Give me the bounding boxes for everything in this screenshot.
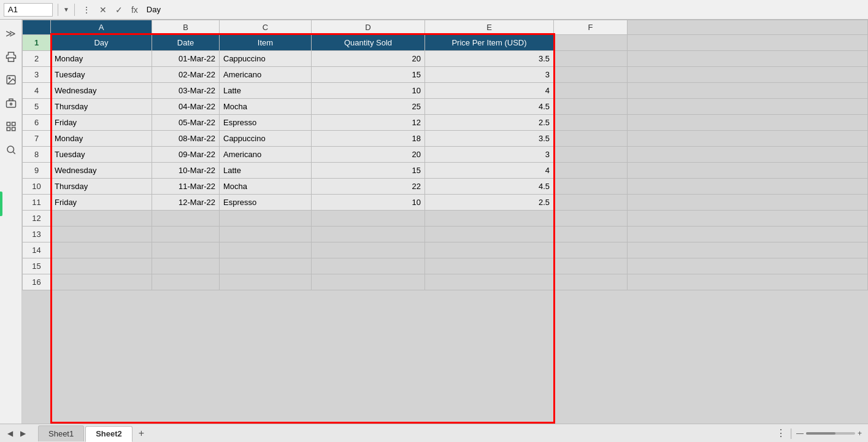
cell-D9[interactable]: 15 [312,163,425,179]
col-header-D[interactable]: D [312,20,425,35]
cell-D12[interactable] [312,211,425,227]
cell-A12[interactable] [51,211,152,227]
cell-B7[interactable]: 08-Mar-22 [152,131,220,147]
formula-fx-icon[interactable]: fx [129,4,140,16]
cell-B1[interactable]: Date [152,35,220,51]
cell-D8[interactable]: 20 [312,147,425,163]
cell-B11[interactable]: 12-Mar-22 [152,195,220,211]
add-sheet-button[interactable]: + [134,425,149,441]
cell-D2[interactable]: 20 [312,51,425,67]
cell-E16[interactable] [425,274,554,290]
cell-E6[interactable]: 2.5 [425,115,554,131]
formula-cancel-icon[interactable]: ✕ [97,4,109,16]
bottom-more-icon[interactable]: ⋮ [776,427,786,439]
cell-C2[interactable]: Cappuccino [220,51,312,67]
cell-D1[interactable]: Quantity Sold [312,35,425,51]
sheet-tab-sheet1[interactable]: Sheet1 [38,425,84,441]
zoom-out-icon[interactable]: — [796,429,804,438]
cell-D15[interactable] [312,258,425,274]
cell-B8[interactable]: 09-Mar-22 [152,147,220,163]
formula-more-icon[interactable]: ⋮ [80,4,93,16]
cell-D5[interactable]: 25 [312,99,425,115]
cell-A10[interactable]: Thursday [51,179,152,195]
cell-A13[interactable] [51,227,152,242]
cell-D4[interactable]: 10 [312,83,425,99]
cell-D16[interactable] [312,274,425,290]
cell-reference-box[interactable]: A1 [4,3,53,17]
cell-E11[interactable]: 2.5 [425,195,554,211]
cell-B13[interactable] [152,227,220,242]
formula-input[interactable] [143,5,864,14]
cell-D3[interactable]: 15 [312,67,425,83]
cell-A9[interactable]: Wednesday [51,163,152,179]
sheet-nav-next[interactable]: ▶ [18,428,28,439]
cell-B12[interactable] [152,211,220,227]
cell-C6[interactable]: Espresso [220,115,312,131]
cell-E14[interactable] [425,242,554,258]
cell-F16[interactable] [554,274,628,290]
cell-F12[interactable] [554,211,628,227]
cell-A15[interactable] [51,258,152,274]
cell-ref-dropdown-icon[interactable]: ▼ [63,6,69,13]
cell-B2[interactable]: 01-Mar-22 [152,51,220,67]
cell-A5[interactable]: Thursday [51,99,152,115]
cell-F11[interactable] [554,195,628,211]
cell-C13[interactable] [220,227,312,242]
cell-A16[interactable] [51,274,152,290]
cell-C8[interactable]: Americano [220,147,312,163]
cell-B16[interactable] [152,274,220,290]
col-header-C[interactable]: C [220,20,312,35]
cell-C5[interactable]: Mocha [220,99,312,115]
cell-E2[interactable]: 3.5 [425,51,554,67]
cell-A6[interactable]: Friday [51,115,152,131]
sidebar-icon-print2[interactable] [2,95,20,112]
cell-F8[interactable] [554,147,628,163]
cell-A1[interactable]: Day [51,35,152,51]
cell-A7[interactable]: Monday [51,131,152,147]
cell-A2[interactable]: Monday [51,51,152,67]
col-header-A[interactable]: A [51,20,152,35]
zoom-slider[interactable] [806,432,855,435]
cell-F10[interactable] [554,179,628,195]
cell-B10[interactable]: 11-Mar-22 [152,179,220,195]
sidebar-icon-print[interactable] [2,48,20,65]
cell-D6[interactable]: 12 [312,115,425,131]
cell-B15[interactable] [152,258,220,274]
cell-C14[interactable] [220,242,312,258]
cell-B5[interactable]: 04-Mar-22 [152,99,220,115]
cell-E15[interactable] [425,258,554,274]
cell-D11[interactable]: 10 [312,195,425,211]
cell-F4[interactable] [554,83,628,99]
cell-F3[interactable] [554,67,628,83]
cell-D13[interactable] [312,227,425,242]
cell-F7[interactable] [554,131,628,147]
cell-D10[interactable]: 22 [312,179,425,195]
cell-C7[interactable]: Cappuccino [220,131,312,147]
col-header-F[interactable]: F [554,20,628,35]
cell-F14[interactable] [554,242,628,258]
cell-E10[interactable]: 4.5 [425,179,554,195]
cell-C15[interactable] [220,258,312,274]
cell-A11[interactable]: Friday [51,195,152,211]
cell-F1[interactable] [554,35,628,51]
sidebar-icon-search[interactable] [2,141,20,158]
sheet-nav-prev[interactable]: ◀ [5,428,15,439]
sidebar-icon-grid[interactable] [2,118,20,135]
cell-B4[interactable]: 03-Mar-22 [152,83,220,99]
cell-E3[interactable]: 3 [425,67,554,83]
col-header-E[interactable]: E [425,20,554,35]
cell-A3[interactable]: Tuesday [51,67,152,83]
cell-E7[interactable]: 3.5 [425,131,554,147]
cell-C10[interactable]: Mocha [220,179,312,195]
col-header-B[interactable]: B [152,20,220,35]
cell-F6[interactable] [554,115,628,131]
formula-confirm-icon[interactable]: ✓ [113,4,125,16]
cell-A4[interactable]: Wednesday [51,83,152,99]
cell-E8[interactable]: 3 [425,147,554,163]
cell-E4[interactable]: 4 [425,83,554,99]
cell-B14[interactable] [152,242,220,258]
cell-F9[interactable] [554,163,628,179]
cell-C1[interactable]: Item [220,35,312,51]
cell-B9[interactable]: 10-Mar-22 [152,163,220,179]
cell-E12[interactable] [425,211,554,227]
